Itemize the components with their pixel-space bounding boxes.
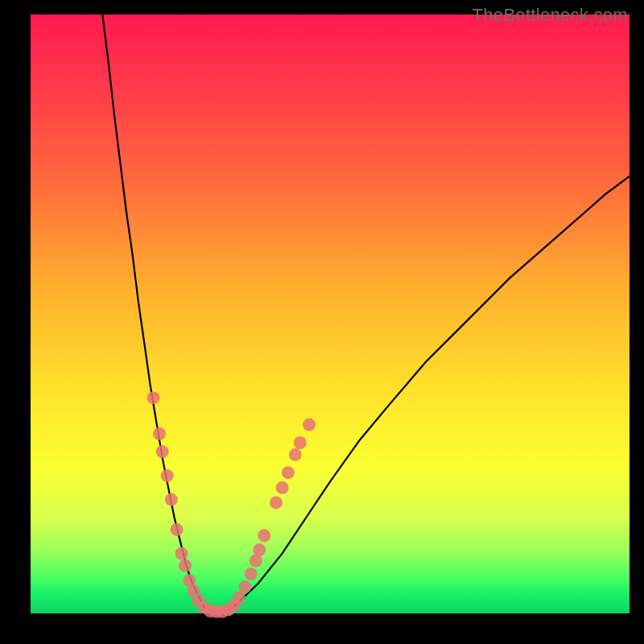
data-dot [147,391,160,404]
data-dot [238,580,251,593]
data-dot [245,568,258,580]
data-dot [276,481,289,494]
plot-area [31,14,630,613]
data-dot [175,547,188,560]
data-dot [294,436,307,449]
data-dot [165,493,178,506]
watermark-text: TheBottleneck.com [473,5,628,26]
data-dot [258,529,270,542]
data-dot [161,469,174,482]
data-dot [171,523,184,536]
chart-canvas: TheBottleneck.com [0,0,644,644]
data-dot [156,445,169,458]
data-dot [270,496,283,509]
data-dot [303,419,316,431]
data-dot [289,448,302,461]
data-dot [153,427,166,440]
data-dot [282,466,295,479]
data-dot [253,543,266,556]
data-dot [233,592,246,605]
chart-overlay [31,14,630,613]
data-dot [179,559,192,572]
v-curve-line [102,14,630,612]
data-dots-group [147,391,316,618]
